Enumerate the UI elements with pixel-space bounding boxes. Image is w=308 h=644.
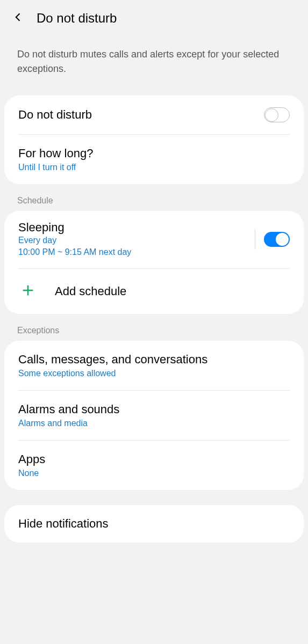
duration-row[interactable]: For how long? Until I turn it off: [4, 135, 304, 184]
hide-notifications-row[interactable]: Hide notifications: [4, 505, 304, 543]
schedule-time: 10:00 PM ~ 9:15 AM next day: [18, 246, 246, 258]
schedule-days: Every day: [18, 235, 246, 246]
dnd-toggle-row[interactable]: Do not disturb: [4, 96, 304, 134]
page-title: Do not disturb: [37, 11, 117, 26]
exception-apps-row[interactable]: Apps None: [4, 441, 304, 490]
exception-calls-row[interactable]: Calls, messages, and conversations Some …: [4, 341, 304, 390]
divider-vertical: [255, 229, 255, 250]
add-schedule-label: Add schedule: [55, 284, 126, 298]
exceptions-section-header: Exceptions: [0, 314, 308, 341]
page-description: Do not disturb mutes calls and alerts ex…: [0, 36, 308, 96]
exception-apps-subtitle: None: [18, 469, 290, 478]
duration-value: Until I turn it off: [18, 163, 290, 172]
schedule-section-header: Schedule: [0, 184, 308, 211]
dnd-toggle[interactable]: [264, 107, 290, 122]
plus-icon: [18, 283, 35, 300]
back-icon[interactable]: [13, 12, 24, 25]
schedule-name: Sleeping: [18, 221, 246, 235]
exception-alarms-subtitle: Alarms and media: [18, 419, 290, 428]
duration-title: For how long?: [18, 147, 290, 160]
dnd-toggle-label: Do not disturb: [18, 108, 264, 122]
schedule-item[interactable]: Sleeping Every day 10:00 PM ~ 9:15 AM ne…: [4, 211, 304, 268]
exception-alarms-title: Alarms and sounds: [18, 402, 290, 416]
add-schedule-button[interactable]: Add schedule: [4, 269, 304, 314]
exception-apps-title: Apps: [18, 452, 290, 466]
exception-calls-title: Calls, messages, and conversations: [18, 353, 290, 367]
exception-calls-subtitle: Some exceptions allowed: [18, 369, 290, 378]
schedule-toggle[interactable]: [264, 232, 290, 247]
hide-notifications-label: Hide notifications: [18, 517, 109, 531]
exception-alarms-row[interactable]: Alarms and sounds Alarms and media: [4, 391, 304, 440]
